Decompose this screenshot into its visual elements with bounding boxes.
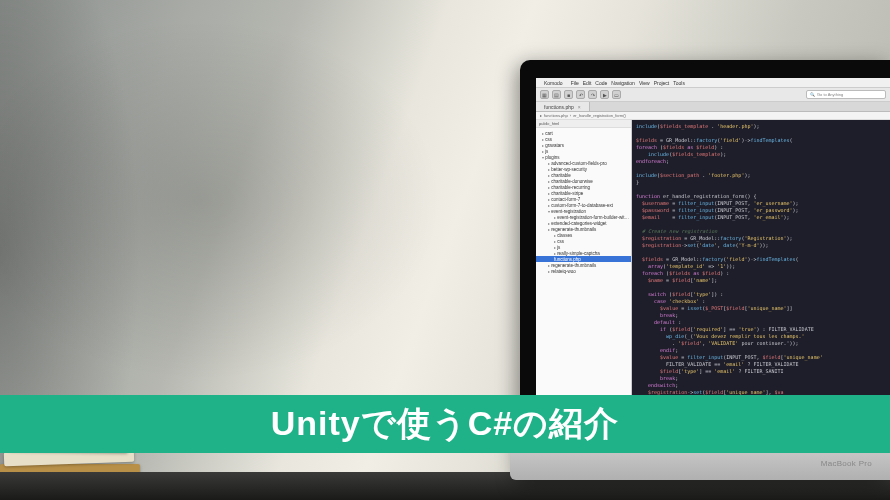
code-line: $registration = GR_Model::factory('Regis…	[636, 235, 886, 242]
chevron-right-icon: ›	[570, 113, 571, 118]
code-line: function er_handle_registration_form() {	[636, 193, 886, 200]
open-icon[interactable]: ▤	[552, 90, 561, 99]
code-line: wp_die(_('Vous devez remplir tous les ch…	[636, 333, 886, 340]
code-line: endforeach;	[636, 158, 886, 165]
search-input[interactable]: 🔍 Go to Anything	[806, 90, 886, 99]
code-line: $email = filter_input(INPUT_POST, 'er_em…	[636, 214, 886, 221]
code-line: include($fields_template);	[636, 151, 886, 158]
banner-title: Unityで使うC#の紹介	[271, 401, 619, 447]
new-file-icon[interactable]: ▦	[540, 90, 549, 99]
menubar-item[interactable]: File	[571, 80, 579, 86]
code-line: break;	[636, 375, 886, 382]
file-icon[interactable]: ▭	[612, 90, 621, 99]
ide-body: public_html cartcssgravatarsjspluginsadv…	[536, 120, 890, 422]
redo-icon[interactable]: ↷	[588, 90, 597, 99]
sidebar: public_html cartcssgravatarsjspluginsadv…	[536, 120, 632, 422]
tree-folder[interactable]: relateiq-woo	[536, 268, 631, 274]
close-icon[interactable]: ×	[578, 104, 581, 110]
code-line: include($fields_template . 'header.php')…	[636, 123, 886, 130]
code-line	[636, 186, 886, 193]
code-line: $username = filter_input(INPUT_POST, 'er…	[636, 200, 886, 207]
save-icon[interactable]: ■	[564, 90, 573, 99]
code-line: switch ($field['type']) :	[636, 291, 886, 298]
code-line: case 'checkbox' :	[636, 298, 886, 305]
code-line: if ($field['required'] == 'true') : FILT…	[636, 326, 886, 333]
ide-window: Komodo FileEditCodeNavigationViewProject…	[536, 78, 890, 422]
code-line: $registration->set('date', date('Y-m-d')…	[636, 242, 886, 249]
code-line: $fields = GR_Model::factory('field')->fi…	[636, 137, 886, 144]
code-line: $fields = GR_Model::factory('field')->fi…	[636, 256, 886, 263]
search-placeholder: Go to Anything	[817, 92, 843, 97]
code-line: foreach ($fields as $field) :	[636, 144, 886, 151]
sidebar-open-files-header[interactable]: public_html	[536, 120, 631, 128]
code-line: include($section_path . 'footer.php');	[636, 172, 886, 179]
menubar-item[interactable]: Code	[595, 80, 607, 86]
play-icon[interactable]: ▶	[600, 90, 609, 99]
laptop-screen: Komodo FileEditCodeNavigationViewProject…	[536, 78, 890, 422]
tab-label: functions.php	[544, 104, 574, 110]
code-line: $field['type'] == 'email' ? FILTER_SANIT…	[636, 368, 886, 375]
code-line	[636, 130, 886, 137]
toolbar: ▦ ▤ ■ ↶ ↷ ▶ ▭ 🔍 Go to Anything	[536, 88, 890, 102]
code-line	[636, 284, 886, 291]
menubar-item[interactable]: View	[639, 80, 650, 86]
code-line	[636, 221, 886, 228]
menubar[interactable]: Komodo FileEditCodeNavigationViewProject…	[536, 78, 890, 88]
undo-icon[interactable]: ↶	[576, 90, 585, 99]
code-line: FILTER_VALIDATE == 'email' ? FILTER_VALI…	[636, 361, 886, 368]
breadcrumb[interactable]: ▸ functions.php › er_handle_registration…	[536, 112, 890, 120]
code-line: }	[636, 179, 886, 186]
menubar-item[interactable]: Navigation	[611, 80, 635, 86]
code-line: break;	[636, 312, 886, 319]
code-line: # Create new registration	[636, 228, 886, 235]
code-line	[636, 249, 886, 256]
code-line: . '$field', 'VALIDATE' pour continuer.')…	[636, 340, 886, 347]
code-editor[interactable]: include($fields_template . 'header.php')…	[632, 120, 890, 422]
tab-active[interactable]: functions.php ×	[536, 102, 590, 111]
code-line	[636, 165, 886, 172]
laptop-brand-label: MacBook Pro	[821, 459, 872, 468]
tabbar: functions.php ×	[536, 102, 890, 112]
breadcrumb-segment[interactable]: er_handle_registration_form()	[573, 113, 626, 118]
code-line: $password = filter_input(INPUT_POST, 'er…	[636, 207, 886, 214]
search-icon: 🔍	[810, 92, 815, 97]
code-line: $value = filter_input(INPUT_POST, $field…	[636, 354, 886, 361]
title-banner: Unityで使うC#の紹介	[0, 395, 890, 453]
menubar-item[interactable]: Project	[654, 80, 670, 86]
code-line: $value = isset($_POST[$field['unique_nam…	[636, 305, 886, 312]
code-line: default :	[636, 319, 886, 326]
file-tree[interactable]: cartcssgravatarsjspluginsadvanced-custom…	[536, 128, 631, 414]
code-line: $name = $field['name'];	[636, 277, 886, 284]
code-line: endswitch;	[636, 382, 886, 389]
sidebar-header-label: public_html	[539, 121, 559, 126]
menubar-app[interactable]: Komodo	[544, 80, 563, 86]
folder-icon: ▸	[540, 113, 542, 118]
breadcrumb-segment[interactable]: functions.php	[544, 113, 568, 118]
menubar-item[interactable]: Tools	[673, 80, 685, 86]
code-line: array('template_id' => '1'));	[636, 263, 886, 270]
menubar-item[interactable]: Edit	[583, 80, 592, 86]
code-line: foreach ($fields as $field) :	[636, 270, 886, 277]
code-line: endif;	[636, 347, 886, 354]
